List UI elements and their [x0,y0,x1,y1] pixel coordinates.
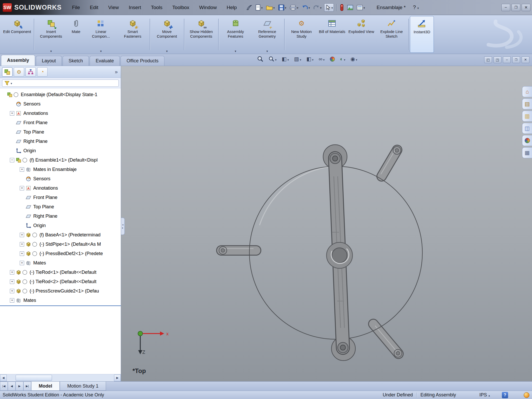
tree-item-right-plane[interactable]: Right Plane [0,211,121,221]
close-button[interactable] [522,4,530,11]
solidworks-resources-tab[interactable] [522,86,532,97]
tree-item-pressscrewguide2[interactable]: (-) PressScrewGuide2<1> (Defau [0,286,121,296]
move-component-dropdown[interactable] [166,49,168,52]
tab-evaluate[interactable]: Evaluate [90,56,120,66]
assembly-features-dropdown[interactable] [235,49,236,52]
tree-item-front-plane[interactable]: Front Plane [0,118,121,127]
rebuild-icon[interactable] [339,3,344,12]
tile-windows-icon[interactable] [494,56,501,63]
tree-item-mates[interactable]: Mates [0,258,121,268]
help-dropdown[interactable] [417,4,420,11]
scroll-left-arrow[interactable] [0,375,7,381]
redo-dropdown[interactable] [320,5,322,10]
options-dropdown[interactable] [363,5,365,10]
expand-toggle[interactable] [10,289,14,293]
apply-scene-icon[interactable] [340,56,345,62]
tree-item-stdpipe[interactable]: (-) StdPipe<1> (Default<As M [0,240,121,249]
expand-toggle[interactable] [10,270,14,275]
minimize-button[interactable] [501,4,510,11]
next-tab-button[interactable] [16,382,23,391]
custom-properties-tab[interactable] [522,147,532,158]
collapse-toggle[interactable] [10,158,14,162]
tab-configurationmanager[interactable] [25,67,36,77]
tree-item-right-plane[interactable]: Right Plane [0,137,121,146]
units-selector[interactable]: IPS [479,392,490,398]
smart-fasteners-button[interactable]: ★ Smart Fasteners [117,16,149,53]
tree-item-subassembly[interactable]: (f) Ensamble1<1> (Default<Displ [0,155,121,165]
expand-toggle[interactable] [10,298,14,303]
scrollbar-thumb[interactable] [16,375,52,381]
move-component-button[interactable]: ✚ Move Component [151,16,183,53]
edit-appearance-icon[interactable] [330,57,335,62]
file-explorer-tab[interactable] [522,111,532,122]
instant3d-button[interactable]: Instant3D [410,16,434,53]
scroll-right-arrow[interactable] [114,375,121,381]
menu-toolbox[interactable]: Toolbox [172,5,189,10]
insert-components-button[interactable]: ↘ Insert Components [35,16,67,53]
edit-component-button[interactable]: ✎ Edit Component [2,16,33,53]
new-motion-study-button[interactable]: ⚙ New Motion Study [286,16,317,53]
tree-horizontal-scrollbar[interactable] [0,374,121,381]
scrollbar-track[interactable] [7,375,114,381]
bill-of-materials-button[interactable]: Bill of Materials [317,16,347,53]
select-tool-dropdown[interactable] [331,5,333,10]
restore-button[interactable] [511,4,520,11]
tree-item-mates-in-ensamblaje[interactable]: Mates in Ensamblaje [0,165,121,174]
previous-tab-button[interactable] [8,382,16,391]
tree-item-origin[interactable]: Origin [0,221,121,230]
tab-featuremanager-tree[interactable] [2,67,12,77]
view-settings-icon[interactable] [350,56,357,62]
doc-minimize-button[interactable] [503,56,511,63]
help-icon[interactable]: ? [413,4,416,10]
quill-icon[interactable] [245,4,253,11]
panel-splitter-handle[interactable]: ◂ ▸ [121,218,125,235]
menu-edit[interactable]: Edit [90,5,98,10]
center-hub[interactable] [327,242,353,268]
tree-item-origin[interactable]: Origin [0,146,121,155]
explode-line-sketch-button[interactable]: Explode Line Sketch [376,16,407,53]
zoom-to-area-icon[interactable] [269,56,277,62]
save-dropdown[interactable] [285,5,287,10]
tab-assembly[interactable]: Assembly [1,55,35,66]
last-tab-button[interactable] [23,382,31,391]
tree-item-tierod1[interactable]: (-) TieRod<1> (Default<<Default [0,268,121,277]
mate-button[interactable]: Mate [67,16,85,53]
tree-item-top-plane[interactable]: Top Plane [0,202,121,211]
bottom-pivot[interactable] [338,342,348,353]
new-document-button[interactable] [255,4,263,11]
tree-item-root-assembly[interactable]: Ensamblaje (Default<Display State-1 [0,90,121,99]
tab-sketch[interactable]: Sketch [63,56,89,66]
assembly-features-button[interactable]: Assembly Features [220,16,251,53]
handle-rod-left[interactable] [219,247,256,254]
tab-model[interactable]: Model [31,382,60,391]
expand-toggle[interactable] [20,167,24,172]
reference-geometry-dropdown[interactable] [267,49,268,52]
doc-restore-button[interactable] [512,56,520,63]
undo-dropdown[interactable] [309,5,310,10]
linear-component-pattern-button[interactable]: Linear Compon... [85,16,117,53]
appearances-tab[interactable] [522,135,532,146]
design-library-tab[interactable] [522,98,532,109]
save-button[interactable] [277,4,287,11]
handle-rod-lower-right[interactable] [373,324,402,357]
display-style-icon[interactable] [306,56,313,62]
expand-toggle[interactable] [20,233,24,237]
status-help-icon[interactable]: ? [502,392,508,398]
open-document-button[interactable] [265,4,276,11]
tree-item-pressbeddef2[interactable]: (-) PressBedDef2<1> (Predete [0,249,121,258]
view-orientation-icon[interactable] [294,56,301,62]
tree-item-top-mates[interactable]: Mates [0,296,121,305]
exploded-view-button[interactable]: Exploded View [347,16,376,53]
expand-toggle[interactable] [20,261,24,265]
insert-components-dropdown[interactable] [50,49,52,52]
cascade-windows-icon[interactable] [484,56,492,63]
tree-item-front-plane[interactable]: Front Plane [0,193,121,202]
show-hidden-components-button[interactable]: ∞ Show Hidden Components [185,16,217,53]
assembly-3d-model[interactable] [121,66,532,381]
tab-displaymanager[interactable]: ◔ [37,67,48,77]
hide-show-items-icon[interactable] [319,56,325,62]
tab-motion-study-1[interactable]: Motion Study 1 [60,382,106,391]
redo-button[interactable] [312,4,322,11]
first-tab-button[interactable] [0,382,8,391]
expand-toggle[interactable] [10,280,14,284]
